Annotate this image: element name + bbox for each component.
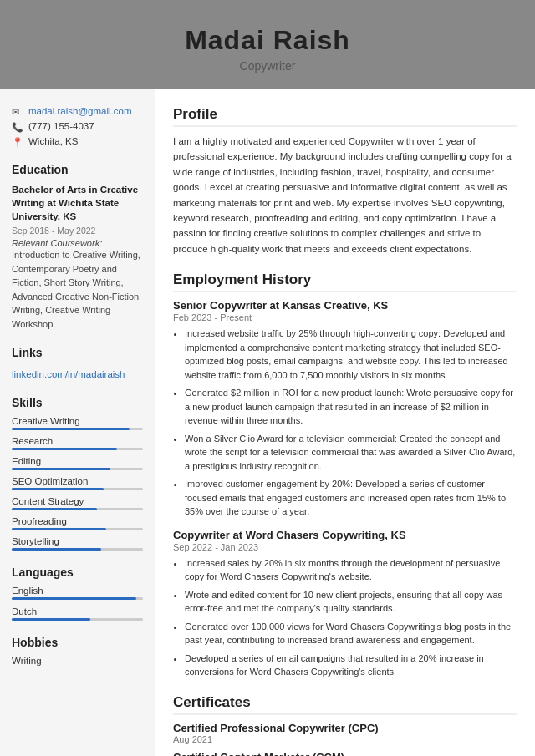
phone-item: 📞 (777) 155-4037 xyxy=(12,121,143,133)
skill-item: Proofreading xyxy=(12,516,143,530)
employment-title: Employment History xyxy=(173,271,517,292)
coursework-text: Introduction to Creative Writing, Contem… xyxy=(12,248,143,331)
language-bar-bg xyxy=(12,597,143,600)
skills-section: Skills Creative Writing Research Editing… xyxy=(12,396,143,551)
certificate-item: Certified Content Marketer (CCM) Apr 202… xyxy=(173,751,517,756)
job-title: Copywriter at Word Chasers Copywriting, … xyxy=(173,529,517,541)
job-title: Senior Copywriter at Kansas Creative, KS xyxy=(173,299,517,312)
job-bullet: Generated over 100,000 views for Word Ch… xyxy=(185,620,517,647)
coursework-label: Relevant Coursework: xyxy=(12,238,143,248)
header: Madai Raish Copywriter xyxy=(0,0,535,89)
skill-item: Creative Writing xyxy=(12,416,143,430)
email-link[interactable]: madai.raish@gmail.com xyxy=(28,106,132,116)
skill-bar-fill xyxy=(12,508,97,510)
skill-item: Content Strategy xyxy=(12,496,143,510)
phone-icon: 📞 xyxy=(12,122,23,133)
job-date: Feb 2023 - Present xyxy=(173,312,517,322)
sidebar: ✉ madai.raish@gmail.com 📞 (777) 155-4037… xyxy=(0,89,155,756)
job-bullet: Increased website traffic by 25% through… xyxy=(185,327,517,382)
skill-item: Editing xyxy=(12,456,143,470)
language-bar-fill xyxy=(12,597,136,600)
cert-name: Certified Content Marketer (CCM) xyxy=(173,751,517,756)
cert-date: Aug 2021 xyxy=(173,734,517,744)
profile-section: Profile I am a highly motivated and expe… xyxy=(173,106,517,256)
skill-name: Proofreading xyxy=(12,516,143,526)
resume: Madai Raish Copywriter ✉ madai.raish@gma… xyxy=(0,0,535,756)
skill-bar-bg xyxy=(12,428,143,430)
language-item: Dutch xyxy=(12,606,143,621)
links-title: Links xyxy=(12,346,143,359)
job-bullet: Won a Silver Clio Award for a television… xyxy=(185,432,517,474)
skill-bar-fill xyxy=(12,448,117,450)
language-name: English xyxy=(12,586,143,596)
job-bullet: Generated $2 million in ROI for a new pr… xyxy=(185,386,517,428)
email-icon: ✉ xyxy=(12,107,23,118)
languages-title: Languages xyxy=(12,566,143,579)
job-bullets: Increased sales by 20% in six months thr… xyxy=(173,556,517,679)
location-item: 📍 Wichita, KS xyxy=(12,136,143,148)
skill-bar-bg xyxy=(12,528,143,530)
employment-section: Employment History Senior Copywriter at … xyxy=(173,271,517,679)
language-name: Dutch xyxy=(12,606,143,616)
job-date: Sep 2022 - Jan 2023 xyxy=(173,542,517,552)
hobbies-list: Writing xyxy=(12,656,143,666)
location-icon: 📍 xyxy=(12,137,23,148)
education-section: Education Bachelor of Arts in Creative W… xyxy=(12,163,143,331)
skill-name: Storytelling xyxy=(12,536,143,546)
job-bullet: Developed a series of email campaigns th… xyxy=(185,652,517,679)
cert-name: Certified Professional Copywriter (CPC) xyxy=(173,722,517,734)
language-bar-bg xyxy=(12,618,143,621)
job-bullet: Wrote and edited content for 10 new clie… xyxy=(185,588,517,616)
skill-bar-bg xyxy=(12,448,143,450)
skill-item: SEO Optimization xyxy=(12,476,143,490)
location-text: Wichita, KS xyxy=(28,136,78,146)
skill-name: Content Strategy xyxy=(12,496,143,506)
certificates-section: Certificates Certified Professional Copy… xyxy=(173,694,517,756)
links-section: Links linkedin.com/in/madairaish xyxy=(12,346,143,381)
skill-item: Research xyxy=(12,436,143,450)
certificates-title: Certificates xyxy=(173,694,517,715)
skill-bar-bg xyxy=(12,468,143,470)
education-degree: Bachelor of Arts in Creative Writing at … xyxy=(12,183,143,223)
contact-section: ✉ madai.raish@gmail.com 📞 (777) 155-4037… xyxy=(12,106,143,148)
email-item: ✉ madai.raish@gmail.com xyxy=(12,106,143,118)
linkedin-link[interactable]: linkedin.com/in/madairaish xyxy=(12,369,125,379)
candidate-title: Copywriter xyxy=(17,59,518,73)
hobby-item: Writing xyxy=(12,656,143,666)
skill-bar-bg xyxy=(12,488,143,490)
skill-bar-fill xyxy=(12,528,106,530)
job-bullets: Increased website traffic by 25% through… xyxy=(173,327,517,519)
skill-bar-fill xyxy=(12,428,130,430)
skill-bar-bg xyxy=(12,548,143,551)
body: ✉ madai.raish@gmail.com 📞 (777) 155-4037… xyxy=(0,89,535,756)
language-item: English xyxy=(12,586,143,600)
skill-name: SEO Optimization xyxy=(12,476,143,486)
languages-list: English Dutch xyxy=(12,586,143,621)
skill-name: Editing xyxy=(12,456,143,466)
education-title: Education xyxy=(12,163,143,176)
skill-bar-fill xyxy=(12,468,110,470)
job-bullet: Improved customer engagement by 20%: Dev… xyxy=(185,477,517,519)
education-date: Sep 2018 - May 2022 xyxy=(12,226,143,236)
skill-bar-fill xyxy=(12,488,104,490)
skill-item: Storytelling xyxy=(12,536,143,551)
languages-section: Languages English Dutch xyxy=(12,566,143,621)
job-block: Senior Copywriter at Kansas Creative, KS… xyxy=(173,299,517,519)
phone-text: (777) 155-4037 xyxy=(28,121,94,131)
language-bar-fill xyxy=(12,618,90,621)
certs-list: Certified Professional Copywriter (CPC) … xyxy=(173,722,517,756)
profile-text: I am a highly motivated and experienced … xyxy=(173,134,517,256)
certificate-item: Certified Professional Copywriter (CPC) … xyxy=(173,722,517,744)
candidate-name: Madai Raish xyxy=(17,25,518,56)
jobs-list: Senior Copywriter at Kansas Creative, KS… xyxy=(173,299,517,679)
job-block: Copywriter at Word Chasers Copywriting, … xyxy=(173,529,517,679)
skill-bar-bg xyxy=(12,508,143,510)
hobbies-section: Hobbies Writing xyxy=(12,636,143,666)
skill-name: Creative Writing xyxy=(12,416,143,426)
skills-title: Skills xyxy=(12,396,143,409)
skill-name: Research xyxy=(12,436,143,446)
profile-title: Profile xyxy=(173,106,517,127)
hobbies-title: Hobbies xyxy=(12,636,143,649)
linkedin-link-item: linkedin.com/in/madairaish xyxy=(12,366,143,381)
skill-bar-fill xyxy=(12,548,101,551)
